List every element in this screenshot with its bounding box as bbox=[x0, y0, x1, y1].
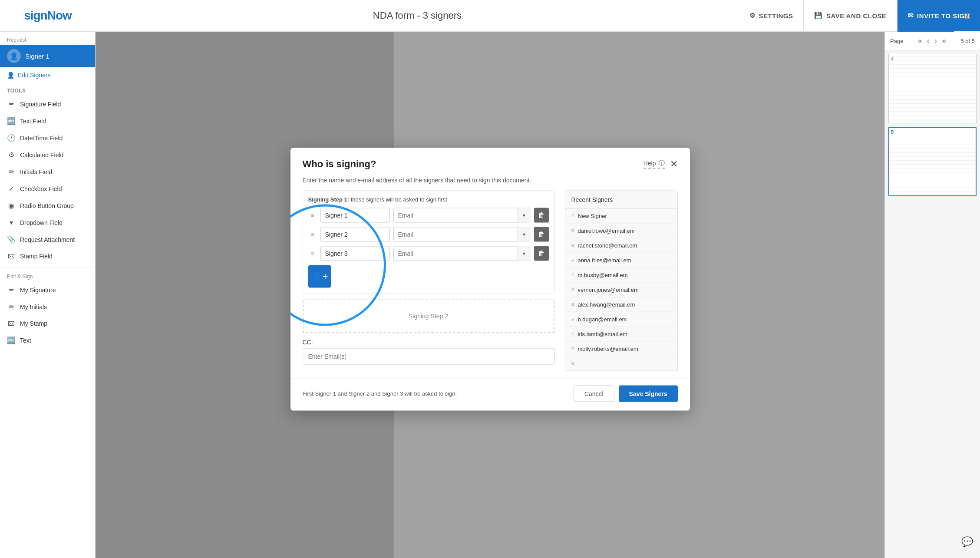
recent-signer-label: vernon.jones@email.em bbox=[578, 286, 639, 293]
stamp-icon: 🖂 bbox=[7, 252, 16, 260]
recent-signer-2[interactable]: ≡ rachel.stone@email.em bbox=[565, 238, 677, 253]
recent-signer-label: daniel.lowe@email.em bbox=[578, 227, 635, 234]
recent-signer-9[interactable]: ≡ molly.roberts@email.em bbox=[565, 341, 677, 356]
edit-signers-button[interactable]: 👤 Edit Signers bbox=[0, 67, 95, 83]
menu-icon-6: ≡ bbox=[571, 301, 574, 307]
sidebar-item-calculated-field[interactable]: ⚙ Calculated Field bbox=[0, 146, 95, 163]
bottom-right-icon: 💬 bbox=[961, 536, 973, 548]
right-panel: Page « ‹ › » 5 of 5 4 5 💬 bbox=[884, 32, 980, 558]
sidebar-item-label: My Initials bbox=[20, 304, 47, 310]
sidebar-item-checkbox-field[interactable]: ✓ Checkbox Field bbox=[0, 180, 95, 197]
page-thumb-4[interactable]: 4 bbox=[888, 54, 977, 123]
sidebar-item-dropdown-field[interactable]: ▾ Dropdown Field bbox=[0, 214, 95, 231]
recent-signer-label: molly.roberts@email.em bbox=[578, 345, 638, 352]
modal-header-right: Help ⓘ ✕ bbox=[643, 159, 678, 168]
edit-sign-section-label: Edit & Sign bbox=[0, 270, 95, 281]
sidebar-item-label: Calculated Field bbox=[20, 152, 63, 158]
close-modal-button[interactable]: ✕ bbox=[670, 159, 678, 168]
recent-signer-4[interactable]: ≡ m.busby@email.em bbox=[565, 267, 677, 282]
signing-step-2-label: Signing Step 2 bbox=[409, 312, 448, 319]
sidebar-item-datetime-field[interactable]: 🕐 Date/Time Field bbox=[0, 129, 95, 146]
page-label: Page bbox=[890, 38, 903, 44]
recent-signer-5[interactable]: ≡ vernon.jones@email.em bbox=[565, 282, 677, 297]
logo: signNow bbox=[0, 9, 96, 23]
person-icon: 👤 bbox=[7, 72, 14, 79]
modal-footer: First Signer 1 and Signer 2 and Signer 3… bbox=[290, 378, 690, 410]
cancel-button[interactable]: Cancel bbox=[574, 385, 614, 402]
sidebar: Request 👤 Signer 1 👤 Edit Signers Tools … bbox=[0, 32, 96, 558]
sidebar-item-text[interactable]: 🔤 Text bbox=[0, 332, 95, 349]
menu-icon-5: ≡ bbox=[571, 287, 574, 293]
signer-1-email-dropdown[interactable]: ▾ bbox=[518, 208, 531, 222]
first-page-button[interactable]: « bbox=[916, 36, 924, 46]
cc-label: CC: bbox=[303, 338, 554, 345]
sidebar-item-initials-field[interactable]: ✏ Initials Field bbox=[0, 163, 95, 180]
last-page-button[interactable]: » bbox=[940, 36, 948, 46]
delete-signer-1-button[interactable]: 🗑 bbox=[534, 208, 549, 222]
document-title: NDA form - 3 signers bbox=[96, 10, 739, 21]
modal-title: Who is signing? bbox=[303, 158, 376, 169]
page-thumbnails: 4 5 bbox=[885, 50, 980, 200]
footer-actions: Cancel Save Signers bbox=[574, 385, 678, 402]
recent-signer-1[interactable]: ≡ daniel.lowe@email.em bbox=[565, 223, 677, 238]
sidebar-item-label: Text Field bbox=[20, 118, 46, 125]
recent-signer-label: m.busby@email.em bbox=[578, 271, 628, 278]
step-1-strong: Signing Step 1: bbox=[308, 196, 350, 202]
recent-signers-panel: Recent Signers ≡ New Signer ≡ daniel.low… bbox=[565, 190, 678, 371]
delete-signer-3-button[interactable]: 🗑 bbox=[534, 246, 549, 261]
prev-page-button[interactable]: ‹ bbox=[925, 36, 931, 46]
save-signers-button[interactable]: Save Signers bbox=[619, 385, 678, 402]
modal-body: Signing Step 1: these signers will be as… bbox=[290, 190, 690, 378]
recent-signer-new[interactable]: ≡ New Signer bbox=[565, 208, 677, 223]
recent-signer-3[interactable]: ≡ anna.fries@email.em bbox=[565, 253, 677, 267]
cc-input[interactable] bbox=[303, 348, 554, 364]
sidebar-item-signature-field[interactable]: ✒ Signature Field bbox=[0, 96, 95, 112]
sidebar-item-text-field[interactable]: 🔤 Text Field bbox=[0, 112, 95, 129]
topbar-actions: ⚙ SETTINGS 💾 SAVE AND CLOSE ✉ INVITE TO … bbox=[739, 0, 980, 32]
sidebar-item-stamp-field[interactable]: 🖂 Stamp Field bbox=[0, 248, 95, 264]
topbar: signNow NDA form - 3 signers ⚙ SETTINGS … bbox=[0, 0, 980, 32]
save-close-button[interactable]: 💾 SAVE AND CLOSE bbox=[803, 0, 897, 32]
recent-signer-label: anna.fries@email.em bbox=[578, 257, 631, 263]
signer1-item[interactable]: 👤 Signer 1 bbox=[0, 45, 95, 67]
signer-2-name-input[interactable] bbox=[320, 227, 390, 241]
help-button[interactable]: Help ⓘ bbox=[643, 159, 665, 168]
request-section-label: Request bbox=[0, 32, 95, 45]
page-thumb-5[interactable]: 5 bbox=[888, 127, 977, 196]
avatar: 👤 bbox=[7, 49, 21, 63]
drag-handle-1[interactable]: ≡ bbox=[308, 211, 317, 218]
chat-icon: 💬 bbox=[961, 536, 973, 547]
settings-button[interactable]: ⚙ SETTINGS bbox=[739, 0, 804, 32]
signer-3-email-input[interactable] bbox=[393, 246, 531, 261]
drag-handle-3[interactable]: ≡ bbox=[308, 250, 317, 257]
clock-icon: 🕐 bbox=[7, 134, 16, 142]
recent-signer-8[interactable]: ≡ iris.lamb@email.em bbox=[565, 327, 677, 341]
sidebar-item-my-initials[interactable]: ✏ My Initials bbox=[0, 298, 95, 315]
delete-signer-2-button[interactable]: 🗑 bbox=[534, 227, 549, 241]
add-signer-button[interactable]: 👤+ bbox=[308, 265, 331, 287]
sidebar-item-radio-button-group[interactable]: ◉ Radio Button Group bbox=[0, 197, 95, 214]
grid-icon: ⊞ bbox=[964, 10, 971, 21]
signer-1-name-input[interactable] bbox=[320, 208, 390, 222]
sidebar-item-label: Checkbox Field bbox=[20, 185, 62, 192]
menu-icon-9: ≡ bbox=[571, 346, 574, 352]
grid-icon-btn[interactable]: ⊞ bbox=[954, 0, 980, 32]
modal-left: Signing Step 1: these signers will be as… bbox=[303, 190, 565, 371]
sidebar-item-my-stamp[interactable]: 🖂 My Stamp bbox=[0, 315, 95, 332]
sidebar-item-my-signature[interactable]: ✒ My Signature bbox=[0, 281, 95, 298]
recent-signer-7[interactable]: ≡ b.dugan@email.em bbox=[565, 312, 677, 327]
next-page-button[interactable]: › bbox=[933, 36, 938, 46]
drag-handle-2[interactable]: ≡ bbox=[308, 231, 317, 238]
signer-3-name-input[interactable] bbox=[320, 246, 390, 261]
signer-2-email-input[interactable] bbox=[393, 227, 531, 241]
pen-icon: ✉ bbox=[908, 12, 914, 20]
sidebar-item-request-attachment[interactable]: 📎 Request Attachment bbox=[0, 231, 95, 248]
signer-2-email-dropdown[interactable]: ▾ bbox=[518, 227, 531, 241]
signer-1-email-input[interactable] bbox=[393, 208, 531, 222]
recent-signer-label: New Signer bbox=[578, 212, 607, 219]
recent-signer-6[interactable]: ≡ alex.hwang@email.em bbox=[565, 297, 677, 312]
signer-3-email-dropdown[interactable]: ▾ bbox=[518, 246, 531, 261]
signer-1-email-wrapper: ▾ bbox=[393, 208, 531, 222]
recent-signer-more[interactable]: ≡ bbox=[565, 356, 677, 370]
signer-2-email-wrapper: ▾ bbox=[393, 227, 531, 241]
